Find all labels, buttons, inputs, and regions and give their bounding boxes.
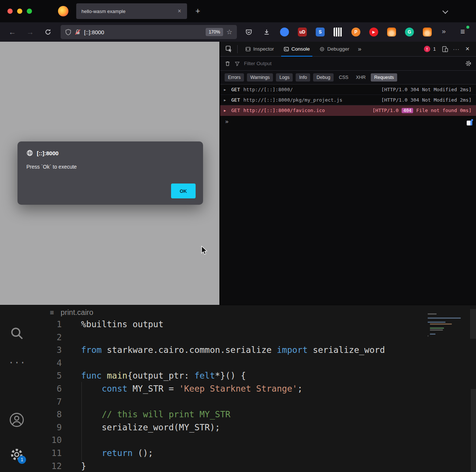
network-request-row[interactable]: ▶GEThttp://[::]:8000/[HTTP/1.0 304 Not M… [220,84,476,95]
console-settings-gear-icon[interactable] [465,60,472,67]
clear-console-trash-icon[interactable] [225,61,231,67]
filter-warnings-button[interactable]: Warnings [247,73,273,82]
error-badge-icon[interactable]: ! [424,46,430,52]
url-text[interactable]: [::]:8000 [84,29,202,35]
code-line[interactable]: 12} [0,460,476,472]
p-extension-icon[interactable]: P [351,28,360,36]
url-bar[interactable]: [::]:8000 170% ☆ [61,25,237,39]
code-line[interactable]: 1%builtins output [0,318,476,331]
split-console-icon[interactable] [467,121,472,125]
app-menu-icon[interactable]: ≡ [460,27,465,36]
code-line[interactable]: 6 const MY_STR = 'Keep Starknet Strange'… [0,382,476,395]
reload-button[interactable] [43,22,53,42]
console-input-prompt[interactable]: » [220,116,476,127]
filter-xhr-button[interactable]: XHR [354,73,368,82]
network-request-row[interactable]: ▶GEThttp://[::]:8000/pkg/my_project.js[H… [220,95,476,105]
browser-tab[interactable]: hello-wasm example × [76,3,187,19]
pick-element-icon[interactable] [224,44,234,54]
code-token: import [277,345,308,355]
minimize-window-button[interactable] [17,9,22,14]
filter-css-button[interactable]: CSS [337,73,351,82]
ok-button[interactable]: OK [171,184,196,198]
containers-icon[interactable] [280,28,289,36]
tab-close-icon[interactable]: × [177,8,182,15]
tab-list-chevron-icon[interactable] [443,8,448,14]
expand-caret-icon[interactable]: ▶ [224,109,228,112]
code-line[interactable]: 3from starkware.cairo.common.serialize i… [0,344,476,357]
editor-scrollbar[interactable] [471,389,476,472]
forward-button[interactable]: → [25,22,35,42]
line-number: 7 [0,395,62,408]
expand-caret-icon[interactable]: ▶ [224,88,228,92]
filter-errors-button[interactable]: Errors [225,73,244,82]
line-number: 12 [0,460,62,472]
maximize-window-button[interactable] [27,9,32,14]
more-tools-icon[interactable]: » [355,45,364,53]
code-line[interactable]: 8 // this will print MY_STR [0,408,476,421]
devtools-meatball-menu-icon[interactable]: ··· [451,44,461,54]
piano-icon[interactable] [334,28,342,36]
code-token: 'Keep Starknet Strange' [179,384,298,393]
code-line[interactable]: 7 [0,395,476,408]
line-number: 5 [0,369,62,382]
minimap-line [430,323,452,325]
page-viewport[interactable]: [::]:8000 Press `Ok` to execute OK [0,42,219,305]
minimap[interactable] [428,313,469,338]
editor-menu-icon[interactable]: ≡ [50,309,54,317]
responsive-design-icon[interactable] [440,44,450,54]
line-number: 9 [0,421,62,434]
filter-logs-button[interactable]: Logs [276,73,293,82]
pocket-icon[interactable] [244,28,253,36]
tab-console[interactable]: Console [280,42,314,57]
overflow-menu-icon[interactable]: » [442,27,446,35]
bookmark-star-icon[interactable]: ☆ [226,28,232,36]
fox-extension-icon[interactable] [423,28,432,36]
minimap-line [428,313,437,315]
filter-debug-button[interactable]: Debug [313,73,334,82]
ublock-icon[interactable]: uD [298,28,307,36]
code-token: {output_ptr: [128,371,194,380]
code-token: func [81,371,102,380]
downloads-icon[interactable] [262,28,271,36]
request-status: [HTTP/1.0 304 Not Modified 2ms] [381,87,472,92]
tab-inspector[interactable]: Inspector [241,42,278,57]
code-line[interactable]: 10 [0,434,476,447]
network-request-row[interactable]: ▶GEThttp://[::]:8000/favicon.ico[HTTP/1.… [220,105,476,116]
zoom-indicator[interactable]: 170% [206,28,223,36]
new-tab-button[interactable]: + [192,5,204,17]
filter-info-button[interactable]: Info [296,73,310,82]
code-token: serialize_word(MY_STR); [81,422,220,432]
minimap-slider[interactable] [470,309,476,339]
insecure-lock-icon[interactable] [75,29,81,35]
back-button[interactable]: ← [7,22,17,42]
shield-icon[interactable] [65,29,71,35]
code-line[interactable]: 11 return (); [0,447,476,460]
code-line[interactable]: 5func main{output_ptr: felt*}() { [0,369,476,382]
network-rows: ▶GEThttp://[::]:8000/[HTTP/1.0 304 Not M… [220,84,476,116]
grammarly-icon[interactable]: G [405,28,414,36]
s-extension-icon[interactable]: S [316,28,325,36]
expand-caret-icon[interactable]: ▶ [224,98,228,102]
firefox-logo-icon [58,6,68,16]
code-line[interactable]: 9 serialize_word(MY_STR); [0,421,476,434]
filename-label[interactable]: print.cairo [61,308,93,317]
youtube-icon[interactable]: ▶ [369,28,378,36]
line-number: 10 [0,434,62,447]
code-line[interactable]: 2 [0,331,476,344]
code-token: %builtins output [81,319,164,329]
code-text: return (); [62,447,153,460]
filter-output-input[interactable]: Filter Output [244,61,271,66]
metamask-fox-icon[interactable] [387,28,396,36]
alert-dialog: [::]:8000 Press `Ok` to execute OK [17,141,203,205]
filter-requests-button[interactable]: Requests [371,73,397,82]
close-window-button[interactable] [7,9,13,14]
code-token: from [81,345,102,355]
code-editor: ··· 1 ≡ print.cairo 1%builtins output23f… [0,305,476,472]
line-number: 6 [0,382,62,395]
line-number: 4 [0,357,62,370]
code-line[interactable]: 4 [0,357,476,370]
tab-debugger[interactable]: Debugger [315,42,353,57]
devtools-close-icon[interactable]: × [463,44,472,54]
code-lines: 1%builtins output23from starkware.cairo.… [0,318,476,472]
tab-console-label: Console [292,46,310,52]
